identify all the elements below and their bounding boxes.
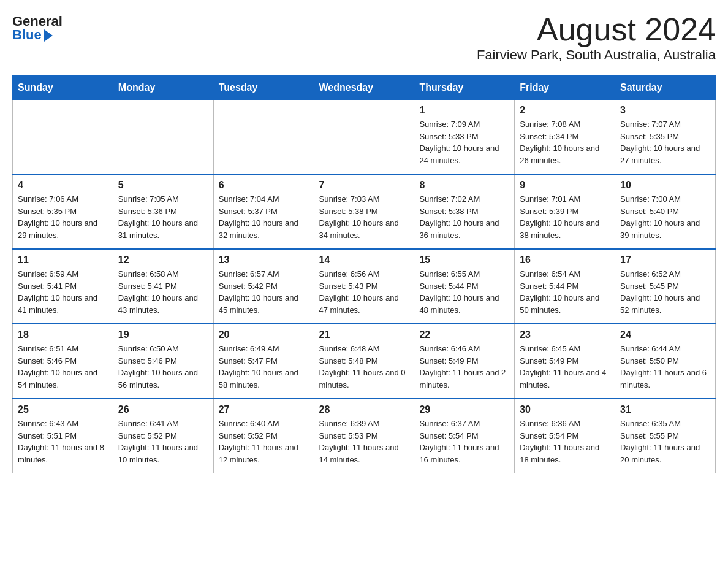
- day-number: 20: [219, 329, 309, 340]
- table-row: 25Sunrise: 6:43 AMSunset: 5:51 PMDayligh…: [13, 399, 113, 473]
- header-thursday: Thursday: [414, 76, 515, 100]
- day-number: 24: [620, 329, 710, 340]
- header-right: August 2024 Fairview Park, South Austral…: [477, 12, 716, 71]
- table-row: 4Sunrise: 7:06 AMSunset: 5:35 PMDaylight…: [13, 174, 113, 249]
- table-row: 13Sunrise: 6:57 AMSunset: 5:42 PMDayligh…: [213, 249, 314, 324]
- calendar-header-row: Sunday Monday Tuesday Wednesday Thursday…: [13, 76, 716, 100]
- day-number: 31: [620, 404, 710, 415]
- header-sunday: Sunday: [13, 76, 113, 100]
- day-info: Sunrise: 6:58 AMSunset: 5:41 PMDaylight:…: [118, 268, 208, 316]
- calendar-week-row: 1Sunrise: 7:09 AMSunset: 5:33 PMDaylight…: [13, 100, 716, 175]
- logo: General Blue: [12, 15, 63, 42]
- table-row: 28Sunrise: 6:39 AMSunset: 5:53 PMDayligh…: [314, 399, 414, 473]
- table-row: 22Sunrise: 6:46 AMSunset: 5:49 PMDayligh…: [414, 324, 515, 399]
- header-friday: Friday: [515, 76, 615, 100]
- table-row: 31Sunrise: 6:35 AMSunset: 5:55 PMDayligh…: [615, 399, 716, 473]
- table-row: 14Sunrise: 6:56 AMSunset: 5:43 PMDayligh…: [314, 249, 414, 324]
- day-number: 15: [419, 255, 509, 266]
- day-info: Sunrise: 6:37 AMSunset: 5:54 PMDaylight:…: [419, 418, 509, 465]
- day-info: Sunrise: 6:41 AMSunset: 5:52 PMDaylight:…: [118, 418, 208, 465]
- table-row: 3Sunrise: 7:07 AMSunset: 5:35 PMDaylight…: [615, 100, 716, 175]
- day-number: 13: [219, 255, 309, 266]
- day-number: 2: [520, 105, 610, 116]
- table-row: 30Sunrise: 6:36 AMSunset: 5:54 PMDayligh…: [515, 399, 615, 473]
- table-row: [113, 100, 213, 175]
- calendar-table: Sunday Monday Tuesday Wednesday Thursday…: [12, 75, 716, 473]
- day-info: Sunrise: 6:46 AMSunset: 5:49 PMDaylight:…: [419, 343, 509, 391]
- table-row: 1Sunrise: 7:09 AMSunset: 5:33 PMDaylight…: [414, 100, 515, 175]
- day-number: 5: [118, 180, 208, 191]
- table-row: 12Sunrise: 6:58 AMSunset: 5:41 PMDayligh…: [113, 249, 213, 324]
- day-number: 14: [319, 255, 409, 266]
- day-number: 3: [620, 105, 710, 116]
- day-info: Sunrise: 7:04 AMSunset: 5:37 PMDaylight:…: [219, 193, 309, 241]
- day-info: Sunrise: 6:40 AMSunset: 5:52 PMDaylight:…: [219, 418, 309, 465]
- table-row: 6Sunrise: 7:04 AMSunset: 5:37 PMDaylight…: [213, 174, 314, 249]
- day-number: 21: [319, 329, 409, 340]
- header-monday: Monday: [113, 76, 213, 100]
- table-row: 23Sunrise: 6:45 AMSunset: 5:49 PMDayligh…: [515, 324, 615, 399]
- logo-blue-text: Blue: [12, 28, 42, 42]
- table-row: 16Sunrise: 6:54 AMSunset: 5:44 PMDayligh…: [515, 249, 615, 324]
- day-info: Sunrise: 6:51 AMSunset: 5:46 PMDaylight:…: [18, 343, 108, 391]
- table-row: 24Sunrise: 6:44 AMSunset: 5:50 PMDayligh…: [615, 324, 716, 399]
- day-number: 17: [620, 255, 710, 266]
- table-row: 17Sunrise: 6:52 AMSunset: 5:45 PMDayligh…: [615, 249, 716, 324]
- day-info: Sunrise: 6:48 AMSunset: 5:48 PMDaylight:…: [319, 343, 409, 391]
- table-row: 10Sunrise: 7:00 AMSunset: 5:40 PMDayligh…: [615, 174, 716, 249]
- month-year-title: August 2024: [477, 12, 716, 47]
- day-info: Sunrise: 7:06 AMSunset: 5:35 PMDaylight:…: [18, 193, 108, 241]
- day-info: Sunrise: 6:57 AMSunset: 5:42 PMDaylight:…: [219, 268, 309, 316]
- table-row: 20Sunrise: 6:49 AMSunset: 5:47 PMDayligh…: [213, 324, 314, 399]
- calendar-week-row: 18Sunrise: 6:51 AMSunset: 5:46 PMDayligh…: [13, 324, 716, 399]
- table-row: 11Sunrise: 6:59 AMSunset: 5:41 PMDayligh…: [13, 249, 113, 324]
- day-info: Sunrise: 6:45 AMSunset: 5:49 PMDaylight:…: [520, 343, 610, 391]
- day-info: Sunrise: 7:03 AMSunset: 5:38 PMDaylight:…: [319, 193, 409, 241]
- day-number: 6: [219, 180, 309, 191]
- day-number: 22: [419, 329, 509, 340]
- day-info: Sunrise: 6:52 AMSunset: 5:45 PMDaylight:…: [620, 268, 710, 316]
- day-number: 29: [419, 404, 509, 415]
- table-row: [13, 100, 113, 175]
- header-tuesday: Tuesday: [213, 76, 314, 100]
- day-info: Sunrise: 6:49 AMSunset: 5:47 PMDaylight:…: [219, 343, 309, 391]
- calendar-week-row: 4Sunrise: 7:06 AMSunset: 5:35 PMDaylight…: [13, 174, 716, 249]
- day-info: Sunrise: 7:08 AMSunset: 5:34 PMDaylight:…: [520, 118, 610, 166]
- day-number: 28: [319, 404, 409, 415]
- day-number: 1: [419, 105, 509, 116]
- day-info: Sunrise: 7:01 AMSunset: 5:39 PMDaylight:…: [520, 193, 610, 241]
- day-number: 11: [18, 255, 108, 266]
- day-info: Sunrise: 7:05 AMSunset: 5:36 PMDaylight:…: [118, 193, 208, 241]
- header-saturday: Saturday: [615, 76, 716, 100]
- day-info: Sunrise: 7:00 AMSunset: 5:40 PMDaylight:…: [620, 193, 710, 241]
- day-info: Sunrise: 6:43 AMSunset: 5:51 PMDaylight:…: [18, 418, 108, 465]
- day-info: Sunrise: 6:55 AMSunset: 5:44 PMDaylight:…: [419, 268, 509, 316]
- table-row: 9Sunrise: 7:01 AMSunset: 5:39 PMDaylight…: [515, 174, 615, 249]
- day-number: 23: [520, 329, 610, 340]
- calendar-week-row: 25Sunrise: 6:43 AMSunset: 5:51 PMDayligh…: [13, 399, 716, 473]
- logo-general-text: General: [12, 15, 63, 28]
- table-row: 8Sunrise: 7:02 AMSunset: 5:38 PMDaylight…: [414, 174, 515, 249]
- day-info: Sunrise: 6:36 AMSunset: 5:54 PMDaylight:…: [520, 418, 610, 465]
- day-number: 18: [18, 329, 108, 340]
- table-row: 7Sunrise: 7:03 AMSunset: 5:38 PMDaylight…: [314, 174, 414, 249]
- calendar-week-row: 11Sunrise: 6:59 AMSunset: 5:41 PMDayligh…: [13, 249, 716, 324]
- table-row: 2Sunrise: 7:08 AMSunset: 5:34 PMDaylight…: [515, 100, 615, 175]
- table-row: 5Sunrise: 7:05 AMSunset: 5:36 PMDaylight…: [113, 174, 213, 249]
- day-number: 4: [18, 180, 108, 191]
- day-info: Sunrise: 7:09 AMSunset: 5:33 PMDaylight:…: [419, 118, 509, 166]
- location-title: Fairview Park, South Australia, Australi…: [477, 47, 716, 63]
- table-row: 18Sunrise: 6:51 AMSunset: 5:46 PMDayligh…: [13, 324, 113, 399]
- day-number: 8: [419, 180, 509, 191]
- day-info: Sunrise: 6:56 AMSunset: 5:43 PMDaylight:…: [319, 268, 409, 316]
- table-row: 21Sunrise: 6:48 AMSunset: 5:48 PMDayligh…: [314, 324, 414, 399]
- day-number: 10: [620, 180, 710, 191]
- day-info: Sunrise: 6:50 AMSunset: 5:46 PMDaylight:…: [118, 343, 208, 391]
- table-row: [213, 100, 314, 175]
- day-info: Sunrise: 6:59 AMSunset: 5:41 PMDaylight:…: [18, 268, 108, 316]
- table-row: 15Sunrise: 6:55 AMSunset: 5:44 PMDayligh…: [414, 249, 515, 324]
- day-info: Sunrise: 6:35 AMSunset: 5:55 PMDaylight:…: [620, 418, 710, 465]
- day-info: Sunrise: 7:07 AMSunset: 5:35 PMDaylight:…: [620, 118, 710, 166]
- header-wednesday: Wednesday: [314, 76, 414, 100]
- day-info: Sunrise: 6:54 AMSunset: 5:44 PMDaylight:…: [520, 268, 610, 316]
